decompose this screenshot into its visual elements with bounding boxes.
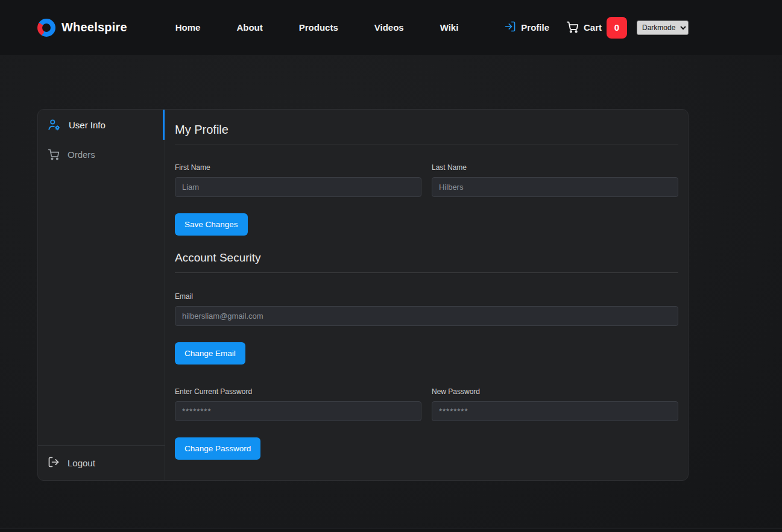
- nav-link-home[interactable]: Home: [175, 22, 201, 33]
- last-name-group: Last Name: [432, 163, 678, 197]
- change-email-button[interactable]: Change Email: [175, 342, 245, 365]
- login-icon: [504, 20, 516, 34]
- navbar-inner: Wheelspire Home About Products Videos Wi…: [37, 17, 689, 39]
- email-label: Email: [175, 292, 678, 301]
- brand-name: Wheelspire: [61, 20, 127, 34]
- nav-link-wiki[interactable]: Wiki: [440, 22, 459, 33]
- profile-sidebar: User Info Orders Logout: [38, 110, 165, 480]
- account-security-title: Account Security: [175, 251, 678, 273]
- sidebar-user-info-label: User Info: [69, 120, 106, 130]
- nav-link-videos[interactable]: Videos: [374, 22, 404, 33]
- profile-content: My Profile First Name Last Name Save Cha…: [165, 110, 688, 480]
- password-fields-row: Enter Current Password New Password: [175, 387, 678, 421]
- first-name-group: First Name: [175, 163, 421, 197]
- email-group: Email: [175, 292, 678, 326]
- last-name-input[interactable]: [432, 177, 678, 197]
- cart-link[interactable]: Cart: [566, 20, 602, 35]
- footer-strip: [0, 528, 782, 532]
- sidebar-logout-label: Logout: [68, 458, 95, 468]
- current-password-input[interactable]: [175, 401, 421, 421]
- logout-icon: [48, 456, 60, 470]
- main-nav: Home About Products Videos Wiki: [175, 22, 459, 33]
- new-password-input[interactable]: [432, 401, 678, 421]
- current-password-group: Enter Current Password: [175, 387, 421, 421]
- profile-card: User Info Orders Logout My Pro: [37, 109, 689, 481]
- orders-cart-icon: [48, 148, 60, 160]
- new-password-group: New Password: [432, 387, 678, 421]
- change-password-button[interactable]: Change Password: [175, 437, 260, 460]
- profile-link[interactable]: Profile: [504, 20, 549, 34]
- sidebar-item-orders[interactable]: Orders: [38, 140, 165, 169]
- top-navbar: Wheelspire Home About Products Videos Wi…: [0, 0, 782, 55]
- name-fields-row: First Name Last Name: [175, 163, 678, 197]
- first-name-label: First Name: [175, 163, 421, 172]
- email-input[interactable]: [175, 306, 678, 326]
- new-password-label: New Password: [432, 387, 678, 396]
- last-name-label: Last Name: [432, 163, 678, 172]
- cart-label: Cart: [584, 22, 602, 33]
- current-password-label: Enter Current Password: [175, 387, 421, 396]
- sidebar-orders-label: Orders: [68, 149, 95, 160]
- sidebar-item-logout[interactable]: Logout: [38, 445, 165, 480]
- cart-count-badge: 0: [607, 17, 627, 39]
- wheelspire-logo-icon: [37, 19, 55, 37]
- theme-mode-select[interactable]: Darkmode: [637, 20, 689, 35]
- cart-icon: [566, 20, 579, 35]
- brand-logo[interactable]: Wheelspire: [37, 19, 127, 37]
- profile-label: Profile: [521, 22, 549, 33]
- nav-link-about[interactable]: About: [236, 22, 262, 33]
- navbar-right: Profile Cart 0 Darkmode: [504, 17, 689, 39]
- save-changes-button[interactable]: Save Changes: [175, 213, 248, 236]
- my-profile-title: My Profile: [175, 123, 678, 145]
- user-gear-icon: [48, 118, 61, 131]
- nav-link-products[interactable]: Products: [299, 22, 338, 33]
- sidebar-item-user-info[interactable]: User Info: [38, 110, 165, 140]
- first-name-input[interactable]: [175, 177, 421, 197]
